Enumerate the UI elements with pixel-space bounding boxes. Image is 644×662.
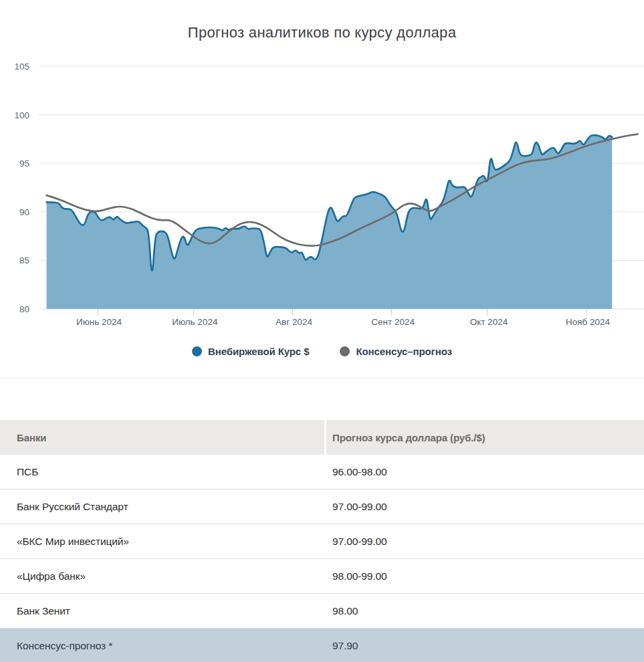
table-row: «БКС Мир инвестиций»97.00-99.00 [0,524,644,559]
x-tick-label: Июнь 2024 [76,317,122,327]
x-tick-label: Нояб 2024 [566,317,611,327]
forecast-cell: 97.00-99.00 [326,489,644,524]
y-tick-label-85: 85 [19,255,29,265]
forecast-cell: 96.00-98.00 [326,455,644,489]
table-row: «Цифра банк»98.00-99.00 [0,559,644,594]
forecast-table: Банки Прогноз курса доллара (руб./$) ПСБ… [0,420,644,662]
y-tick-label-80: 80 [19,304,29,314]
chart-title: Прогноз аналитиков по курсу доллара [0,24,644,41]
legend-item-0[interactable]: Внебиржевой Курс $ [192,346,309,357]
table-body: ПСБ96.00-98.00Банк Русский Стандарт97.00… [0,455,644,662]
bank-cell: ПСБ [0,455,326,489]
bank-cell: Банк Зенит [0,594,326,628]
forecast-cell: 98.00-99.00 [326,559,644,593]
section-divider [0,378,644,378]
forecast-cell: 97.90 [326,629,644,662]
usd-forecast-chart[interactable]: 80859095100105Июнь 2024Июль 2024Авг 2024… [0,57,644,334]
table-header-forecast: Прогноз курса доллара (руб./$) [326,420,644,455]
legend-dot-icon [192,346,202,356]
table-header-row: Банки Прогноз курса доллара (руб./$) [0,420,644,455]
legend-label: Консенсус–прогноз [356,346,452,357]
x-tick-label: Авг 2024 [276,317,312,327]
y-tick-label-95: 95 [19,158,29,169]
y-tick-label-100: 100 [14,110,29,120]
bank-cell: Банк Русский Стандарт [0,489,326,524]
bank-cell: «БКС Мир инвестиций» [0,524,326,558]
table-row: Банк Русский Стандарт97.00-99.00 [0,489,644,524]
legend-label: Внебиржевой Курс $ [208,346,309,357]
chart-legend: Внебиржевой Курс $Консенсус–прогноз [0,340,644,362]
table-row: Банк Зенит98.00 [0,594,644,629]
bank-cell: «Цифра банк» [0,559,326,593]
forecast-cell: 98.00 [326,594,644,628]
table-row-consensus: Консенсус-прогноз *97.90 [0,629,644,662]
table-row: ПСБ96.00-98.00 [0,455,644,489]
table-header-bank: Банки [0,420,324,455]
x-tick-label: Сент 2024 [371,317,415,327]
x-tick-label: Окт 2024 [470,317,508,327]
bank-cell: Консенсус-прогноз * [0,629,326,662]
x-tick-label: Июль 2024 [172,317,218,327]
forecast-cell: 97.00-99.00 [326,524,644,558]
y-tick-label-105: 105 [14,62,29,72]
legend-dot-icon [340,346,350,356]
legend-item-1[interactable]: Консенсус–прогноз [340,346,452,357]
y-tick-label-90: 90 [19,207,29,217]
